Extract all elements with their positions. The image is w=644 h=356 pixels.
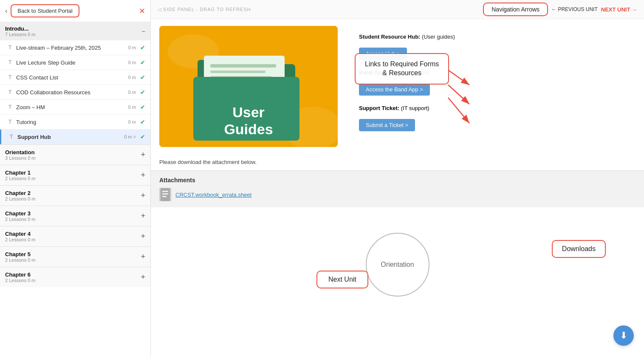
support-ticket-note: (IT support) bbox=[401, 105, 429, 111]
lesson-label: Tutoring bbox=[16, 119, 126, 125]
svg-text:User: User bbox=[232, 104, 265, 120]
chapter-meta-orientation: 3 Lessons 0 m bbox=[5, 155, 36, 161]
attachment-row: CRCST.workbook_errata.sheet bbox=[159, 188, 636, 201]
lesson-label: Live-stream – February 25th, 2025 bbox=[16, 45, 126, 51]
lesson-check-icon: ✔ bbox=[140, 104, 145, 110]
chapter-row-5[interactable]: Chapter 5 2 Lessons 0 m + bbox=[0, 246, 150, 267]
chapter-expand-1[interactable]: + bbox=[141, 171, 145, 180]
hero-section: User Guides Student Resource Hub: (User … bbox=[151, 19, 644, 154]
chapter-row-1[interactable]: Chapter 1 2 Lessons 0 m + bbox=[0, 165, 150, 185]
download-fab-button[interactable]: ⬇ bbox=[613, 325, 634, 346]
chapter-expand-orientation[interactable]: + bbox=[141, 150, 145, 159]
intro-section-title: Introdu... bbox=[5, 25, 36, 32]
access-band-app-button[interactable]: Access the Band App > bbox=[359, 83, 430, 96]
attachment-file-icon bbox=[159, 188, 171, 201]
chapter-expand-2[interactable]: + bbox=[141, 191, 145, 200]
drag-label: ◁ SIDE PANEL - DRAG TO REFRESH bbox=[158, 7, 251, 12]
lesson-t-icon: T bbox=[10, 134, 15, 140]
chapter-row-6[interactable]: Chapter 6 2 Lessons 0 m + bbox=[0, 267, 150, 287]
support-ticket-container: Submit a Ticket > bbox=[350, 119, 636, 131]
chapter-row-4[interactable]: Chapter 4 2 Lessons 0 m + bbox=[0, 226, 150, 246]
lesson-t-icon: T bbox=[8, 104, 14, 110]
lesson-t-icon: T bbox=[8, 119, 14, 125]
student-hub-line: Student Resource Hub: (User guides) bbox=[350, 30, 636, 40]
lesson-t-icon: T bbox=[8, 89, 14, 95]
svg-rect-7 bbox=[210, 64, 276, 68]
sidebar: ‹ Back to Student Portal ✕ Introdu... 7 … bbox=[0, 0, 151, 356]
hero-svg: User Guides bbox=[159, 26, 338, 147]
lesson-item-cod-collab[interactable]: T COD Collaboration Resources 0 m ✔ bbox=[0, 85, 150, 100]
lesson-item-live-lecture[interactable]: T Live Lecture Step Guide 0 m ✔ bbox=[0, 55, 150, 70]
lesson-label: Live Lecture Step Guide bbox=[16, 59, 126, 66]
sidebar-back-arrow[interactable]: ‹ bbox=[5, 7, 7, 15]
student-hub-note: (User guides) bbox=[422, 34, 455, 40]
band-app-label: Band App: bbox=[359, 69, 387, 76]
sidebar-header: ‹ Back to Student Portal ✕ bbox=[0, 0, 150, 22]
chapter-expand-5[interactable]: + bbox=[141, 252, 145, 261]
lesson-t-icon: T bbox=[8, 74, 14, 80]
chapter-meta-4: 2 Lessons 0 m bbox=[5, 237, 36, 242]
support-ticket-line: Support Ticket: (IT support) bbox=[350, 103, 636, 111]
chapter-row-orientation[interactable]: Orientation 3 Lessons 0 m + bbox=[0, 144, 150, 165]
lesson-item-live-stream[interactable]: T Live-stream – February 25th, 2025 0 m … bbox=[0, 40, 150, 55]
attachment-filename[interactable]: CRCST.workbook_errata.sheet bbox=[175, 192, 251, 198]
support-ticket-label: Support Ticket: bbox=[359, 105, 399, 111]
intro-section-toggle[interactable]: − bbox=[141, 28, 145, 35]
chapter-meta-5: 2 Lessons 0 m bbox=[5, 257, 36, 263]
svg-rect-22 bbox=[162, 196, 167, 197]
prev-unit-button[interactable]: ← PREVIOUS UNIT bbox=[551, 6, 598, 12]
resources-panel: Student Resource Hub: (User guides) Acce… bbox=[350, 26, 636, 131]
access-hub-button[interactable]: Access Hub > bbox=[359, 48, 407, 60]
lesson-item-zoom-hm[interactable]: T Zoom – HM 0 m ✔ bbox=[0, 100, 150, 115]
student-hub-label: Student Resource Hub: bbox=[359, 34, 420, 40]
chapter-meta-6: 2 Lessons 0 m bbox=[5, 278, 36, 283]
chapter-title-orientation: Orientation bbox=[5, 149, 36, 155]
next-unit-circle[interactable]: Orientation bbox=[366, 233, 429, 297]
lesson-check-icon: ✔ bbox=[140, 119, 145, 125]
chapter-expand-6[interactable]: + bbox=[141, 273, 145, 282]
main-content-wrapper: ◁ SIDE PANEL - DRAG TO REFRESH Navigatio… bbox=[151, 0, 644, 356]
lesson-meta: 0 m bbox=[128, 45, 136, 50]
band-app-container: Access the Band App > bbox=[350, 83, 636, 96]
chapter-meta-3: 2 Lessons 0 m bbox=[5, 217, 36, 222]
intro-section-header: Introdu... 7 Lessons 0 m − bbox=[0, 22, 150, 40]
lesson-t-icon: T bbox=[8, 59, 14, 65]
intro-section-meta: 7 Lessons 0 m bbox=[5, 32, 36, 37]
lesson-check-icon: ✔ bbox=[140, 133, 145, 140]
svg-rect-8 bbox=[210, 71, 266, 73]
band-app-note: (communication) bbox=[388, 69, 429, 76]
download-fab-icon: ⬇ bbox=[620, 330, 627, 341]
chapter-title-1: Chapter 1 bbox=[5, 170, 36, 176]
chapter-title-4: Chapter 4 bbox=[5, 231, 36, 237]
chapter-meta-2: 2 Lessons 0 m bbox=[5, 196, 36, 201]
lesson-label: COD Collaboration Resources bbox=[16, 89, 126, 96]
lesson-meta: 0 m bbox=[128, 105, 136, 110]
submit-ticket-button[interactable]: Submit a Ticket > bbox=[359, 119, 415, 131]
lesson-meta: 0 m = bbox=[124, 134, 136, 139]
lesson-check-icon: ✔ bbox=[140, 44, 145, 51]
chapter-row-2[interactable]: Chapter 2 2 Lessons 0 m + bbox=[0, 185, 150, 206]
lesson-meta: 0 m bbox=[128, 119, 136, 124]
lesson-meta: 0 m bbox=[128, 60, 136, 65]
lessons-list: T Live-stream – February 25th, 2025 0 m … bbox=[0, 40, 150, 144]
svg-rect-21 bbox=[162, 193, 168, 195]
next-unit-button[interactable]: NEXT UNIT → bbox=[601, 6, 637, 13]
top-bar: ◁ SIDE PANEL - DRAG TO REFRESH Navigatio… bbox=[151, 0, 644, 19]
lesson-meta: 0 m bbox=[128, 90, 136, 95]
lesson-item-tutoring[interactable]: T Tutoring 0 m ✔ bbox=[0, 115, 150, 130]
chapter-title-3: Chapter 3 bbox=[5, 210, 36, 217]
hero-image: User Guides bbox=[159, 26, 338, 147]
sidebar-close-button[interactable]: ✕ bbox=[139, 6, 145, 16]
svg-rect-20 bbox=[162, 191, 168, 192]
chapter-expand-3[interactable]: + bbox=[141, 212, 145, 220]
chapter-row-3[interactable]: Chapter 3 2 Lessons 0 m + bbox=[0, 206, 150, 226]
chapter-title-2: Chapter 2 bbox=[5, 190, 36, 196]
lesson-label: Support Hub bbox=[17, 134, 121, 140]
lesson-item-support-hub[interactable]: T Support Hub 0 m = ✔ bbox=[0, 130, 150, 144]
back-to-portal-button[interactable]: Back to Student Portal bbox=[11, 4, 79, 17]
chapter-meta-1: 2 Lessons 0 m bbox=[5, 176, 36, 181]
lesson-item-css-contact[interactable]: T CSS Contact List 0 m ✔ bbox=[0, 70, 150, 85]
chapter-expand-4[interactable]: + bbox=[141, 232, 145, 241]
download-text: Please download the attachment below. bbox=[151, 154, 644, 170]
svg-text:Guides: Guides bbox=[224, 121, 273, 137]
